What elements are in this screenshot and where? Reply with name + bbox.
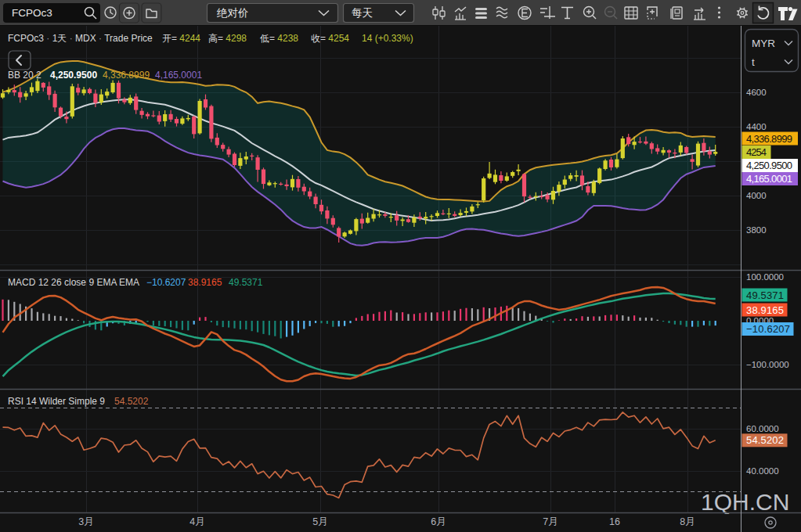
svg-text:4,250.9500: 4,250.9500 [50,70,97,81]
svg-text:开= 4244: 开= 4244 [162,33,200,44]
svg-text:4000: 4000 [746,191,767,200]
svg-text:MYR: MYR [752,38,775,49]
svg-text:60.0000: 60.0000 [746,424,779,433]
svg-text:4400: 4400 [746,122,767,131]
svg-text:−10.6207: −10.6207 [146,277,186,288]
svg-text:绝对价: 绝对价 [216,7,249,19]
svg-text:高= 4298: 高= 4298 [208,33,247,44]
svg-text:54.5202: 54.5202 [114,396,149,407]
svg-text:7月: 7月 [543,516,557,527]
svg-text:3月: 3月 [78,516,93,527]
svg-text:4600: 4600 [746,88,767,97]
svg-text:−10.6207: −10.6207 [746,323,790,335]
svg-text:8月: 8月 [680,516,695,527]
svg-text:4月: 4月 [189,516,204,527]
svg-text:38.9165: 38.9165 [188,277,222,288]
svg-text:BB 20 2: BB 20 2 [8,70,41,81]
svg-text:49.5371: 49.5371 [746,289,784,301]
svg-text:3800: 3800 [746,225,767,235]
svg-text:16: 16 [609,516,620,527]
svg-text:RSI 14 Wilder Simple 9: RSI 14 Wilder Simple 9 [8,396,105,407]
svg-text:FCPOc3: FCPOc3 [12,7,52,19]
svg-text:5月: 5月 [312,516,327,527]
svg-text:54.5202: 54.5202 [746,434,784,446]
svg-text:14 (+0.33%): 14 (+0.33%) [362,33,413,44]
svg-text:每天: 每天 [352,7,373,19]
svg-text:4,165.0001: 4,165.0001 [155,70,202,81]
svg-text:1QH.CN: 1QH.CN [701,489,789,515]
svg-text:−100.0000: −100.0000 [746,360,789,369]
svg-text:6月: 6月 [431,516,446,527]
svg-text:49.5371: 49.5371 [229,277,263,288]
svg-text:40.0000: 40.0000 [746,466,779,476]
svg-text:38.9165: 38.9165 [746,304,784,316]
svg-text:4254: 4254 [746,146,767,158]
svg-text:FCPOc3 · 1天 · MDX · Trade Pric: FCPOc3 · 1天 · MDX · Trade Price [8,33,153,44]
svg-text:100.0000: 100.0000 [746,272,784,282]
svg-text:t: t [752,56,755,68]
svg-text:4,336.8999: 4,336.8999 [103,70,150,81]
svg-text:4,250.9500: 4,250.9500 [746,160,792,171]
svg-text:4,336.8999: 4,336.8999 [746,133,792,145]
svg-text:MACD 12 26 close 9 EMA EMA: MACD 12 26 close 9 EMA EMA [8,277,139,288]
svg-text:收= 4254: 收= 4254 [311,33,349,44]
svg-text:4,165.0001: 4,165.0001 [746,173,792,185]
svg-text:低= 4238: 低= 4238 [260,33,298,44]
